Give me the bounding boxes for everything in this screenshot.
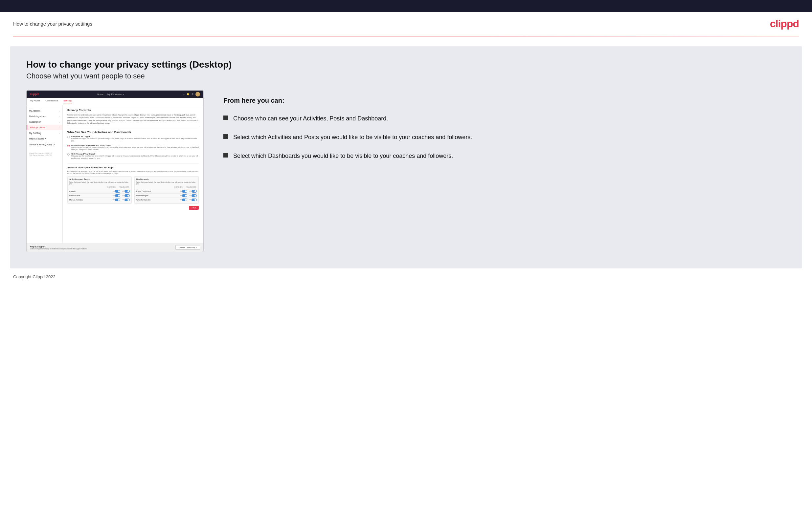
radio-only-you-desc: Only you and the coaches you connect wit…: [71, 155, 199, 160]
mockup-logo: clippd: [30, 93, 39, 96]
footer: Copyright Clippd 2022: [0, 269, 812, 285]
sidebar-item-privacy-controls[interactable]: Privacy Controls›: [27, 125, 62, 130]
main-heading: How to change your privacy settings (Des…: [26, 59, 786, 70]
bullet-text-2: Select which Activities and Posts you wo…: [233, 133, 472, 142]
manual-followers-toggle[interactable]: ON: [122, 199, 130, 201]
bell-icon: 🔔: [187, 93, 190, 96]
sidebar-item-my-account[interactable]: My Account›: [27, 108, 62, 114]
dashboards-col-headers: COACHESFOLLOWERS: [136, 186, 197, 188]
main-subheading: Choose what you want people to see: [26, 72, 786, 80]
mockup-subnav-settings: Settings: [63, 100, 71, 103]
mockup-nav-home: Home: [97, 93, 103, 96]
round-insights-followers-toggle[interactable]: ON: [189, 194, 197, 197]
bullet-item-2: Select which Activities and Posts you wo…: [223, 133, 786, 142]
from-here-title: From here you can:: [223, 97, 786, 104]
radio-followers[interactable]: [67, 145, 70, 147]
mockup-visibility-title: Who Can See Your Activities and Dashboar…: [67, 130, 199, 134]
mockup-show-hide-title: Show or hide specific features in Clippd: [67, 166, 199, 169]
mockup-activities-table: Activities and Posts Select the types of…: [67, 176, 132, 204]
what-to-work-coaches-toggle[interactable]: ON: [180, 199, 187, 201]
sidebar-item-data-integrations[interactable]: Data Integrations›: [27, 114, 62, 119]
bullet-item-1: Choose who can see your Activities, Post…: [223, 114, 786, 123]
copyright: Copyright Clippd 2022: [13, 274, 55, 279]
dashboards-table-title: Dashboards: [136, 178, 197, 180]
page-title: How to change your privacy settings: [13, 21, 92, 26]
main-area: How to change your privacy settings (Des…: [10, 46, 802, 269]
save-button[interactable]: Save: [189, 206, 199, 210]
bullet-list: Choose who can see your Activities, Post…: [223, 114, 786, 161]
mockup-ui: clippd Home My Performance ⌕ 🔔 ⚙ My Prof…: [26, 90, 204, 252]
drills-followers-toggle[interactable]: ON: [122, 194, 130, 197]
content-columns: clippd Home My Performance ⌕ 🔔 ⚙ My Prof…: [26, 90, 786, 252]
radio-only-you[interactable]: [67, 153, 70, 156]
mockup-dashboards-table: Dashboards Select the types of activity …: [134, 176, 199, 204]
rounds-followers-toggle[interactable]: ON: [122, 190, 130, 192]
help-title: Help & Support: [30, 245, 87, 248]
round-insights-coaches-toggle[interactable]: ON: [180, 194, 187, 197]
radio-everyone-desc: Everyone on Clippd can search for you an…: [71, 137, 199, 143]
radio-option-followers[interactable]: Only Approved Followers and Your Coach O…: [67, 145, 199, 151]
avatar: [195, 92, 200, 97]
toggle-row-round-insights: Round Insights ON ON: [136, 193, 197, 198]
activities-table-desc: Select the types of activity that you'd …: [69, 181, 130, 185]
info-area: From here you can: Choose who can see yo…: [223, 90, 786, 161]
radio-followers-desc: Only approved followers and coaches you …: [71, 146, 199, 151]
screenshot-area: clippd Home My Performance ⌕ 🔔 ⚙ My Prof…: [26, 90, 204, 252]
sidebar-item-service-privacy[interactable]: Service & Privacy Policy ↗: [27, 142, 62, 148]
toggle-row-player-dashboard: Player Dashboard ON ON: [136, 189, 197, 193]
settings-icon: ⚙: [192, 93, 194, 96]
top-bar: [0, 0, 812, 12]
mockup-body: My Account› Data Integrations› Subscript…: [27, 105, 203, 243]
sidebar-version: Clippd Client Version: 2022.8.2SQL Serve…: [27, 150, 62, 158]
mockup-show-hide-desc: Regardless of the privacy controls that …: [67, 170, 199, 174]
radio-everyone[interactable]: [67, 136, 70, 138]
help-desc: Visit our Clippd community to troublesho…: [30, 248, 87, 250]
activities-table-title: Activities and Posts: [69, 178, 130, 180]
drills-coaches-toggle[interactable]: ON: [113, 194, 120, 197]
mockup-divider-2: [67, 163, 199, 163]
visit-community-button[interactable]: Visit Our Community ↗: [175, 245, 200, 250]
mockup-nav-performance: My Performance: [107, 93, 124, 96]
mockup-subnav: My Profile Connections Settings: [27, 98, 203, 105]
radio-option-only-you[interactable]: Only You and Your Coach Only you and the…: [67, 153, 199, 160]
player-dash-followers-toggle[interactable]: ON: [189, 190, 197, 192]
manual-coaches-toggle[interactable]: ON: [113, 199, 120, 201]
player-dash-coaches-toggle[interactable]: ON: [180, 190, 187, 192]
mockup-nav-icons: ⌕ 🔔 ⚙: [183, 92, 200, 97]
mockup-toggle-cols: Activities and Posts Select the types of…: [67, 176, 199, 204]
mockup-nav-links: Home My Performance: [97, 93, 124, 96]
mockup-subnav-connections: Connections: [45, 100, 58, 103]
bullet-item-3: Select which Dashboards you would like t…: [223, 152, 786, 161]
mockup-navbar: clippd Home My Performance ⌕ 🔔 ⚙: [27, 91, 203, 98]
sidebar-item-my-golf-bag[interactable]: My Golf Bag›: [27, 130, 62, 136]
toggle-row-rounds: Rounds ON ON: [69, 189, 130, 193]
mockup-save-row: Save: [67, 206, 199, 210]
header-divider: [13, 36, 799, 37]
mockup-privacy-desc: Control how you and your data appears to…: [67, 114, 199, 124]
toggle-row-practice-drills: Practice Drills ON ON: [69, 193, 130, 198]
rounds-coaches-toggle[interactable]: ON: [113, 190, 120, 192]
sidebar-item-subscription[interactable]: Subscription›: [27, 119, 62, 125]
mockup-help-bar: Help & Support Visit our Clippd communit…: [27, 243, 203, 252]
mockup-content: Privacy Controls Control how you and you…: [63, 105, 203, 243]
what-to-work-followers-toggle[interactable]: ON: [189, 199, 197, 201]
search-icon: ⌕: [183, 93, 185, 96]
toggle-row-manual-activities: Manual Activities ON ON: [69, 198, 130, 202]
logo: clippd: [770, 18, 799, 30]
mockup-privacy-title: Privacy Controls: [67, 109, 199, 112]
bullet-marker-2: [223, 134, 228, 139]
bullet-marker-1: [223, 115, 228, 120]
bullet-marker-3: [223, 153, 228, 158]
dashboards-table-desc: Select the types of activity that you'd …: [136, 181, 197, 185]
activities-col-headers: COACHESFOLLOWERS: [69, 186, 130, 188]
toggle-row-what-to-work-on: What To Work On ON ON: [136, 198, 197, 202]
sidebar-item-help-support[interactable]: Help & Support ↗: [27, 136, 62, 142]
radio-option-everyone[interactable]: Everyone on Clippd Everyone on Clippd ca…: [67, 135, 199, 143]
mockup-divider-1: [67, 128, 199, 128]
mockup-sidebar: My Account› Data Integrations› Subscript…: [27, 105, 63, 243]
bullet-text-3: Select which Dashboards you would like t…: [233, 152, 453, 161]
header: How to change your privacy settings clip…: [0, 12, 812, 36]
bullet-text-1: Choose who can see your Activities, Post…: [233, 114, 388, 123]
mockup-radio-group: Everyone on Clippd Everyone on Clippd ca…: [67, 135, 199, 160]
mockup-subnav-profile: My Profile: [30, 100, 40, 103]
